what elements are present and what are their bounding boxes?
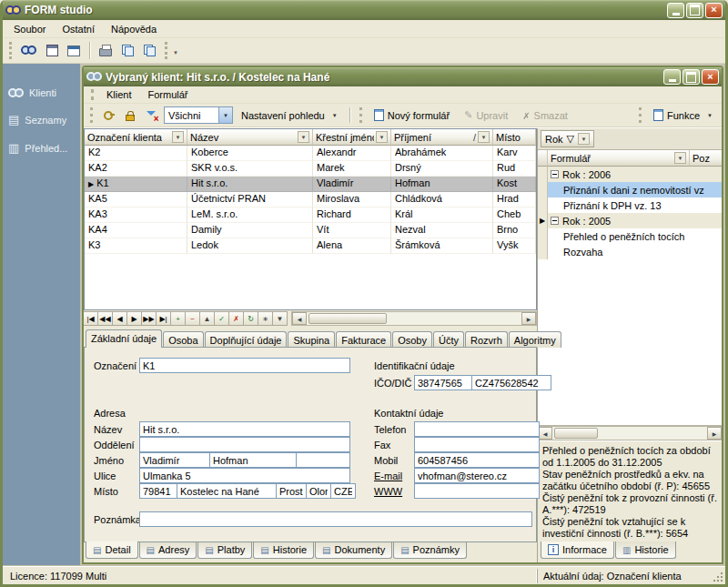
menu-napoveda[interactable]: Nápověda <box>104 22 164 36</box>
stat-field[interactable] <box>330 483 356 499</box>
scrollbar-thumb[interactable] <box>554 428 598 439</box>
tab-skupina[interactable]: Skupina <box>288 331 335 348</box>
nav-last-button[interactable]: ▶| <box>156 311 171 326</box>
scroll-left-arrow[interactable] <box>292 312 307 325</box>
client-minimize-button[interactable] <box>663 69 681 85</box>
rok-filter-icon[interactable] <box>578 133 590 145</box>
nav-refresh-button[interactable]: ↻ <box>243 311 258 326</box>
email-field[interactable] <box>414 468 540 483</box>
nazev-field[interactable] <box>139 421 350 437</box>
forms-horizontal-scrollbar[interactable] <box>538 426 722 440</box>
nav-prior-button[interactable]: ◀ <box>112 311 127 326</box>
sidebar-item-klienti[interactable]: Klienti <box>3 80 80 106</box>
mobil-field[interactable] <box>414 452 540 468</box>
scroll-left-arrow[interactable] <box>538 427 552 440</box>
tab-fakturace[interactable]: Fakturace <box>336 331 391 348</box>
tab-osoby[interactable]: Osoby <box>392 331 432 348</box>
close-button[interactable] <box>705 3 723 18</box>
forms-overview-button[interactable] <box>64 41 84 61</box>
table-row[interactable]: KA4 Damily Vít Nezval Brno <box>85 223 536 238</box>
form-row-selected[interactable]: Přiznání k dani z nemovitostí vz <box>538 182 722 197</box>
column-header-poz[interactable]: Poz <box>690 150 722 167</box>
copy-button[interactable] <box>117 41 137 61</box>
column-filter-icon[interactable] <box>172 131 184 143</box>
windows-button[interactable] <box>139 41 159 61</box>
kraj-field[interactable] <box>306 483 331 499</box>
oznaceni-field[interactable] <box>139 358 350 373</box>
group-row-2006[interactable]: Rok : 2006 <box>538 167 722 182</box>
nav-next-button[interactable]: ▶ <box>126 311 142 326</box>
column-header-misto[interactable]: Místo <box>493 129 536 146</box>
tab-dokumenty[interactable]: Dokumenty <box>315 541 392 559</box>
sidebar-item-seznamy[interactable]: Seznamy <box>3 106 80 134</box>
maximize-button[interactable] <box>686 3 703 18</box>
scrollbar-track[interactable] <box>552 427 707 440</box>
form-row[interactable]: Přehled o peněžních tocích <box>538 228 722 244</box>
psc-field[interactable] <box>139 483 177 499</box>
form-row[interactable]: Rozvaha <box>538 244 722 259</box>
nav-cancel-button[interactable]: ✗ <box>228 311 244 326</box>
print-button[interactable] <box>96 41 116 61</box>
menu-formular[interactable]: Formulář <box>141 87 196 102</box>
table-row[interactable]: K3 Ledok Alena Šrámková Vyšk <box>85 238 536 254</box>
lock-button[interactable] <box>120 106 140 126</box>
table-row-selected[interactable]: K1 Hit s.r.o. Vladimír Hofman Kost <box>85 177 536 192</box>
poznamka-field[interactable] <box>139 511 532 527</box>
tab-algoritmy[interactable]: Algoritmy <box>509 331 561 348</box>
okres-field[interactable] <box>276 483 307 499</box>
table-row[interactable]: KA3 LeM. s.r.o. Richard Král Cheb <box>85 207 536 223</box>
menu-klient[interactable]: Klient <box>99 87 139 102</box>
scrollbar-track[interactable] <box>307 312 521 325</box>
prijmeni-field[interactable] <box>209 452 297 468</box>
tab-historie[interactable]: Historie <box>253 541 314 559</box>
nav-bookmark-button[interactable]: ∗ <box>258 311 273 326</box>
ico-field[interactable] <box>414 375 472 390</box>
column-header-formular[interactable]: Formulář <box>548 150 690 167</box>
menu-soubor[interactable]: Soubor <box>6 22 53 36</box>
tab-informace[interactable]: Informace <box>541 541 614 559</box>
scroll-right-arrow[interactable] <box>707 427 722 440</box>
functions-grip[interactable] <box>639 107 642 124</box>
ulice-field[interactable] <box>139 468 350 483</box>
nav-edit-button[interactable]: ▲ <box>199 311 215 326</box>
sidebar-item-prehled[interactable]: Přehled... <box>3 134 80 162</box>
email-label[interactable]: E-mail <box>374 471 402 481</box>
resize-grip[interactable] <box>712 570 723 582</box>
filter-combobox[interactable]: Všichni <box>164 106 233 124</box>
www-field[interactable] <box>414 483 540 499</box>
calculator-button[interactable] <box>42 41 62 61</box>
tab-rozvrh[interactable]: Rozvrh <box>465 331 508 348</box>
nav-post-button[interactable]: ✓ <box>214 311 229 326</box>
table-row[interactable]: KA5 Účetnictví PRAN Miroslava Chládková … <box>85 192 536 207</box>
oddeleni-field[interactable] <box>139 437 350 452</box>
column-header-nazev[interactable]: Název <box>187 129 313 146</box>
client-toolbar-grip-2[interactable] <box>359 107 362 124</box>
scrollbar-thumb[interactable] <box>308 313 387 324</box>
menubar-grip[interactable] <box>91 89 94 101</box>
tab-platby[interactable]: Platby <box>197 541 252 559</box>
nav-prior-page-button[interactable]: ◀◀ <box>97 311 113 326</box>
form-row[interactable]: Přiznání k DPH vz. 13 <box>538 197 722 213</box>
tab-adresy[interactable]: Adresy <box>139 541 197 559</box>
column-filter-icon[interactable] <box>478 131 490 143</box>
minimize-button[interactable] <box>667 3 684 18</box>
jmeno-field[interactable] <box>139 452 210 468</box>
table-row[interactable]: KA2 SKR v.o.s. Marek Drsný Rud <box>85 161 536 177</box>
column-header-oznaceni[interactable]: Označení klienta <box>85 129 187 146</box>
tab-zakladni-udaje[interactable]: Základní údaje <box>86 329 162 348</box>
column-header-krestni-jmeno[interactable]: Křestní jméno <box>313 129 391 146</box>
toolbar-options-chevron[interactable] <box>173 46 178 56</box>
collapse-icon[interactable] <box>551 170 559 178</box>
tab-poznamky[interactable]: Poznámky <box>393 541 467 559</box>
mesto-field[interactable] <box>177 483 277 499</box>
www-label[interactable]: WWW <box>374 486 402 497</box>
column-header-prijmeni[interactable]: Příjmení/ <box>391 129 493 146</box>
view-settings-button[interactable]: Nastavení pohledu <box>235 106 344 126</box>
scroll-right-arrow[interactable] <box>521 312 536 325</box>
tab-detail[interactable]: Detail <box>86 541 138 559</box>
group-row-2005[interactable]: Rok : 2005 <box>538 213 722 228</box>
dic-field[interactable] <box>471 375 551 390</box>
titul-field[interactable] <box>296 452 350 468</box>
nav-filter-button[interactable]: ▼ <box>272 311 288 326</box>
key-button[interactable] <box>98 106 118 126</box>
